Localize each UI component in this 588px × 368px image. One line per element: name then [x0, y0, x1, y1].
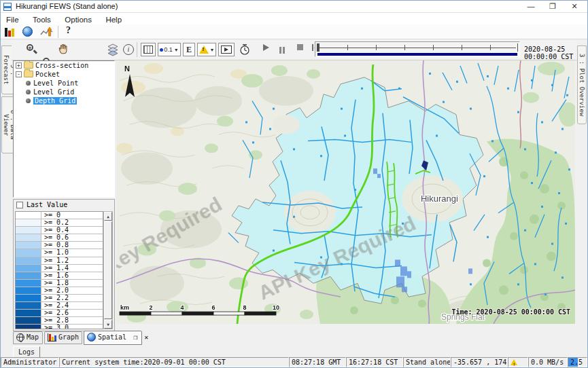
menu-options[interactable]: Options [59, 14, 97, 24]
toolbar-separator [137, 42, 137, 57]
panel-close-icon[interactable]: ✕ [144, 333, 148, 341]
legend-swatch [16, 272, 41, 279]
status-warning-cell[interactable] [508, 357, 528, 367]
map-globe-icon[interactable] [22, 26, 33, 37]
legend-swatch [16, 249, 41, 256]
chevron-down-icon: ▼ [210, 48, 215, 52]
svg-text:2: 2 [149, 304, 152, 311]
app-icon [3, 3, 12, 11]
tab-map[interactable]: Map [13, 331, 43, 344]
database-icon[interactable] [3, 26, 17, 38]
legend-row[interactable]: >= 1.2 [16, 257, 103, 265]
play-icon[interactable] [263, 44, 269, 51]
legend-scrollbar[interactable]: ▲ ▼ [103, 211, 113, 329]
scroll-down-icon[interactable]: ▼ [104, 320, 112, 329]
legend-swatch [16, 265, 41, 272]
wire-globe-icon [16, 333, 24, 342]
expander-icon[interactable]: - [16, 71, 22, 77]
legend-swatch [16, 287, 41, 294]
status-mode: Stand alone [403, 357, 451, 367]
legend-swatch [16, 234, 41, 241]
scrollbar-thumb[interactable] [104, 221, 112, 319]
folder-icon [24, 71, 33, 77]
node-bullet-icon [26, 81, 31, 86]
pan-icon[interactable] [58, 43, 70, 56]
time-slider-thumb[interactable] [317, 43, 319, 52]
sidebar-tab-plot-overview[interactable]: 3 : Plot Overview [577, 45, 587, 124]
legend-swatch [16, 212, 41, 219]
tree-item-label-selected: Depth Grid [33, 97, 77, 105]
svg-text:4: 4 [180, 304, 184, 311]
memory-gauge-label: 2.5 GB [570, 358, 587, 366]
legend-swatch [16, 325, 41, 329]
status-bandwidth: 0.0 MB/s [528, 357, 568, 367]
bar-chart-icon [48, 333, 56, 342]
status-gmt-time: 08:27:18 GMT [289, 357, 346, 367]
north-arrow-label: N [124, 65, 130, 73]
status-memory: 2.5 GB [568, 357, 587, 367]
svg-text:6: 6 [211, 304, 215, 311]
legend-swatch [16, 280, 41, 287]
folder-icon [24, 62, 33, 69]
expander-icon[interactable]: + [16, 62, 22, 69]
minimize-button[interactable]: — [523, 1, 538, 12]
current-datetime-label: 2020-08-25 00:00:00 CST [524, 45, 577, 60]
tree-item-level-point[interactable]: Level Point [14, 79, 114, 88]
logs-button[interactable]: Logs [13, 346, 40, 358]
window-title: Hikurangi FEWS (Stand alone) [16, 2, 118, 10]
threshold-dropdown[interactable]: 0.1 ▼ [158, 43, 181, 56]
tree-item-label: Level Grid [33, 88, 74, 96]
warning-dropdown[interactable]: ▼ [197, 43, 216, 56]
help-icon[interactable]: ? [66, 25, 80, 37]
status-local-time: 16:27:18 CST [346, 357, 403, 367]
grid-icon[interactable] [141, 43, 156, 56]
status-bar: Administrator Current system time:2020-0… [1, 357, 587, 367]
panel-restore-icon[interactable]: ❐ [133, 333, 137, 341]
time-slider-track [319, 48, 516, 48]
svg-text:8: 8 [243, 304, 246, 311]
legend-swatch [16, 242, 41, 249]
threshold-value: 0.1 [164, 46, 173, 53]
map-canvas[interactable]: API Key Required API Key Required N km 2… [116, 60, 575, 324]
title-bar: Hikurangi FEWS (Stand alone) — ❐ ✕ [1, 1, 587, 13]
status-system-time: Current system time:2020-09-01 00:00 CST [59, 357, 289, 367]
main-toolbar: ? [1, 24, 587, 39]
menu-file[interactable]: File [1, 14, 24, 24]
legend-swatch [16, 295, 41, 301]
menu-tools[interactable]: Tools [27, 14, 56, 24]
labels-icon[interactable]: E [183, 43, 195, 56]
timeseries-icon[interactable] [40, 26, 54, 38]
toolbar-separator [58, 26, 58, 38]
zoom-in-icon[interactable]: + [25, 43, 39, 56]
tree-item-pocket[interactable]: -Pocket [14, 70, 114, 79]
legend-row[interactable]: >= 3.0 [16, 325, 103, 329]
scroll-up-icon[interactable]: ▲ [104, 212, 112, 221]
legend-swatch [16, 302, 41, 309]
scale-unit: km [120, 304, 129, 311]
layers-icon[interactable] [107, 43, 119, 56]
menu-help[interactable]: Help [100, 14, 127, 24]
timer-icon[interactable] [239, 43, 251, 56]
tree-item-label: Cross-section [35, 62, 88, 69]
tree-item-level-grid[interactable]: Level Grid [14, 88, 114, 96]
time-availability-bar [317, 53, 517, 56]
pause-icon[interactable] [279, 44, 286, 56]
town-label: Hikurangi [421, 194, 458, 204]
time-slider[interactable] [315, 41, 520, 57]
legend-swatch [16, 257, 41, 264]
info-icon[interactable]: i [123, 44, 134, 55]
close-button[interactable]: ✕ [567, 1, 582, 12]
last-value-toggle[interactable]: Last Value [14, 200, 114, 210]
checkbox-icon[interactable] [16, 202, 23, 208]
last-value-label: Last Value [27, 201, 67, 208]
maximize-button[interactable]: ❐ [545, 1, 560, 12]
tab-graph[interactable]: Graph [44, 331, 82, 344]
warning-icon [199, 45, 209, 54]
stop-icon[interactable] [297, 44, 303, 50]
node-bullet-icon [26, 90, 31, 94]
animation-icon[interactable] [218, 43, 235, 56]
legend-row[interactable]: >= 1.0 [16, 249, 103, 257]
tree-item-depth-grid[interactable]: Depth Grid [14, 96, 114, 105]
tab-spatial-active[interactable]: Spatial ❐ ✕ [84, 331, 142, 345]
legend-panel: Last Value >= 0 >= 0.2 >= 0.4 >= 0.6 >= … [13, 199, 115, 331]
